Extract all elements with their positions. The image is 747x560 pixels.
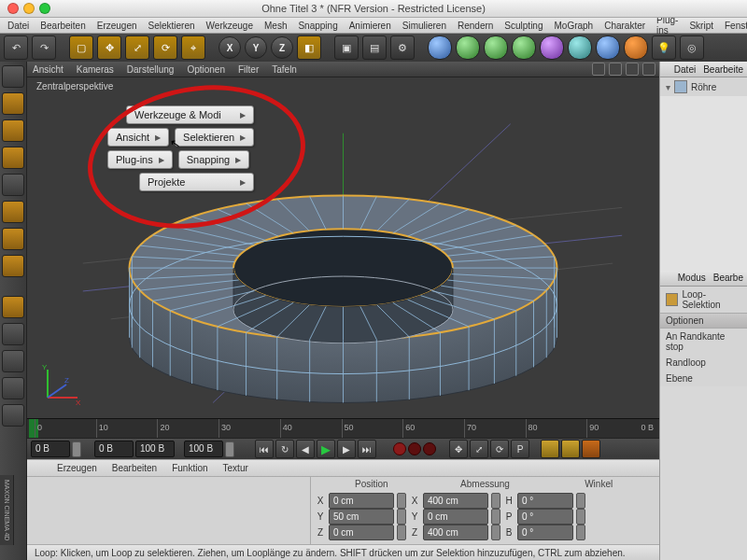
texture-mode-button[interactable] (2, 119, 24, 142)
rotate-tool[interactable]: ⟳ (153, 35, 177, 60)
key-mode-1[interactable] (541, 440, 559, 458)
axis-x-toggle[interactable]: X (218, 36, 241, 59)
ang-field[interactable]: 0 ° (517, 525, 573, 540)
menu-animieren[interactable]: Animieren (344, 21, 397, 31)
viewport-solo-button[interactable] (2, 296, 24, 318)
locked-workplane-button[interactable] (2, 404, 24, 427)
zoom-view-icon[interactable] (609, 63, 622, 76)
render-picture-button[interactable]: ⚙ (390, 35, 415, 60)
range-start-field[interactable]: 0 B (31, 441, 70, 457)
view-optionen[interactable]: Optionen (187, 64, 225, 75)
ctx-werkzeuge-modi[interactable]: Werkzeuge & Modi▶ (126, 105, 254, 124)
menu-datei[interactable]: Datei (2, 21, 35, 31)
am-tab-bearbeiten[interactable]: Bearbe (710, 273, 747, 283)
stepper[interactable] (225, 441, 234, 457)
rotate-view-icon[interactable] (626, 63, 639, 76)
dim-field[interactable]: 400 cm (423, 525, 488, 540)
next-frame-button[interactable]: ▶ (337, 440, 356, 458)
ctx-snapping[interactable]: Snapping▶ (178, 150, 250, 169)
view-ansicht[interactable]: Ansicht (33, 64, 63, 75)
pos-field[interactable]: 50 cm (329, 509, 394, 525)
key-scale-button[interactable]: ⤢ (470, 440, 488, 458)
keyframe-button[interactable] (423, 442, 436, 455)
3d-viewport[interactable]: Zentralperspektive (27, 77, 659, 418)
view-kameras[interactable]: Kameras (77, 64, 114, 75)
add-generator-button[interactable] (484, 35, 508, 60)
scale-tool[interactable]: ⤢ (125, 35, 149, 60)
opt-randloop[interactable]: Randloop (660, 355, 747, 371)
coord-system-button[interactable]: ◧ (297, 35, 321, 60)
key-mode-2[interactable] (561, 440, 580, 458)
key-rot-button[interactable]: ⟳ (490, 440, 509, 458)
tag-button[interactable]: ◎ (680, 35, 704, 60)
menu-bearbeiten[interactable]: Bearbeiten (35, 21, 91, 31)
polygon-mode-button[interactable] (2, 228, 24, 250)
last-tool[interactable]: ⌖ (181, 35, 205, 60)
add-spline-button[interactable] (456, 35, 480, 60)
ctx-plugins[interactable]: Plug-ins▶ (107, 150, 173, 169)
tab-bearbeiten[interactable]: Bearbeiten (105, 463, 164, 473)
ang-field[interactable]: 0 ° (517, 493, 573, 509)
make-editable-button[interactable] (2, 65, 24, 88)
ang-field[interactable]: 0 ° (517, 509, 573, 525)
material-manager-body[interactable] (27, 477, 310, 544)
prev-frame-button[interactable]: ◀ (296, 440, 315, 458)
ctx-projekte[interactable]: Projekte▶ (139, 173, 254, 191)
add-subdivision-button[interactable] (512, 35, 536, 60)
tab-textur[interactable]: Textur (216, 463, 256, 473)
om-tab-bearbeiten[interactable]: Bearbeite (699, 64, 747, 75)
key-pos-button[interactable]: ✥ (449, 440, 468, 458)
move-tool[interactable]: ✥ (97, 35, 121, 60)
frame-b-field[interactable]: 100 B (135, 441, 175, 457)
workplane-mode-button[interactable] (2, 147, 24, 169)
menu-skript[interactable]: Skript (684, 21, 719, 31)
view-tafeln[interactable]: Tafeln (272, 64, 297, 75)
menu-simulieren[interactable]: Simulieren (397, 21, 452, 31)
view-darstellung[interactable]: Darstellung (127, 64, 175, 75)
opt-ebene[interactable]: Ebene (660, 371, 747, 386)
range-end-field[interactable]: 100 B (184, 441, 223, 457)
key-mode-3[interactable] (582, 440, 600, 458)
dim-field[interactable]: 400 cm (423, 493, 488, 509)
snap-toggle-button[interactable] (2, 323, 24, 345)
menu-charakter[interactable]: Charakter (599, 21, 651, 31)
ctx-ansicht[interactable]: Ansicht▶ (107, 128, 169, 147)
goto-end-button[interactable]: ⏭ (358, 440, 376, 458)
ctx-selektieren[interactable]: Selektieren▶ (175, 128, 254, 147)
axis-y-toggle[interactable]: Y (245, 36, 267, 59)
model-mode-button[interactable] (2, 92, 24, 115)
tab-funktion[interactable]: Funktion (164, 463, 215, 473)
add-environment-button[interactable] (568, 35, 592, 60)
lightbulb-icon[interactable]: 💡 (652, 35, 676, 60)
quantize-button[interactable] (2, 377, 24, 399)
pos-field[interactable]: 0 cm (329, 525, 394, 540)
redo-button[interactable]: ↷ (32, 35, 56, 60)
key-param-button[interactable]: P (511, 440, 529, 458)
pan-view-icon[interactable] (592, 63, 605, 76)
undo-button[interactable]: ↶ (4, 35, 28, 60)
menu-snapping[interactable]: Snapping (292, 21, 343, 31)
am-tab-modus[interactable]: Modus (674, 273, 710, 283)
add-primitive-button[interactable] (428, 35, 452, 60)
view-filter[interactable]: Filter (238, 64, 259, 75)
goto-start-button[interactable]: ⏮ (255, 440, 274, 458)
record-button[interactable] (393, 442, 406, 455)
opt-randkante-stop[interactable]: An Randkante stop (660, 329, 747, 355)
axis-z-toggle[interactable]: Z (271, 36, 293, 59)
autokey-button[interactable] (408, 442, 421, 455)
menu-rendern[interactable]: Rendern (452, 21, 499, 31)
menu-erzeugen[interactable]: Erzeugen (92, 21, 143, 31)
timeline-ruler[interactable]: 01020304050607080900 B (27, 418, 659, 438)
workplane-button[interactable] (2, 350, 24, 372)
loop-button[interactable]: ↻ (275, 440, 294, 458)
menu-mograph[interactable]: MoGraph (548, 21, 599, 31)
menu-werkzeuge[interactable]: Werkzeuge (201, 21, 259, 31)
add-camera-button[interactable] (596, 35, 620, 60)
add-light-button[interactable] (624, 35, 648, 60)
render-settings-button[interactable]: ▤ (362, 35, 387, 60)
optionen-header[interactable]: Optionen (660, 313, 747, 329)
pos-field[interactable]: 0 cm (329, 493, 394, 509)
add-deformer-button[interactable] (540, 35, 564, 60)
select-tool[interactable]: ▢ (69, 35, 93, 60)
close-window-icon[interactable] (7, 3, 19, 14)
